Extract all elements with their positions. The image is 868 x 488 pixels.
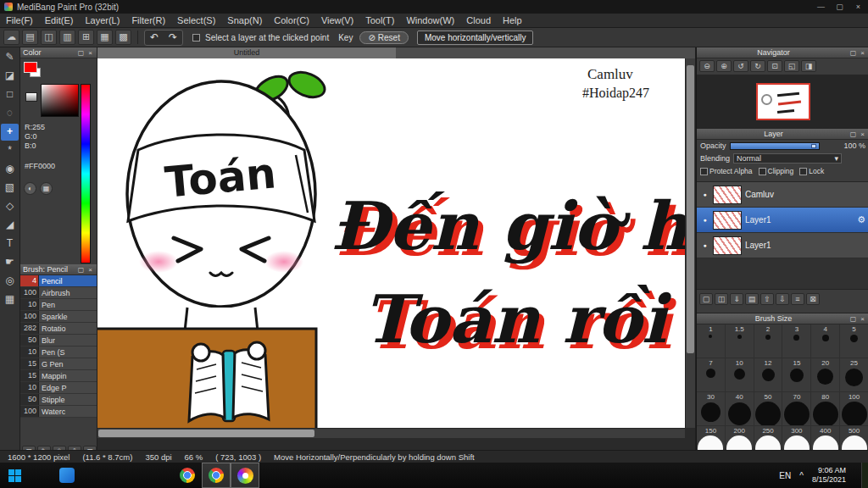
brush-size-option[interactable]: 500 xyxy=(840,426,868,450)
close-panel-icon[interactable]: × xyxy=(859,130,866,138)
menu-select[interactable]: Select(S) xyxy=(171,14,221,27)
zoom-out-button[interactable]: ⊖ xyxy=(699,60,715,72)
brush-item-sparkle[interactable]: 100Sparkle xyxy=(20,311,97,323)
taskbar-chrome-active[interactable] xyxy=(202,463,231,488)
menu-snap[interactable]: Snap(N) xyxy=(221,14,268,27)
hue-slider[interactable] xyxy=(81,84,91,263)
brush-size-option[interactable]: 20 xyxy=(811,358,840,392)
clipping-checkbox[interactable]: Clipping xyxy=(759,167,794,175)
brush-size-option[interactable]: 50 xyxy=(754,392,783,426)
layer-row-layer1[interactable]: ● Layer1 xyxy=(697,233,868,258)
tray-expand-arrow[interactable]: ^ xyxy=(799,471,804,480)
lock-checkbox[interactable]: Lock xyxy=(799,167,824,175)
menu-cloud[interactable]: Cloud xyxy=(460,14,497,27)
comment-icon[interactable]: ▥ xyxy=(59,30,75,45)
foreground-color-swatch[interactable] xyxy=(24,62,37,73)
fill-bucket-tool[interactable]: ◉ xyxy=(1,161,19,178)
brush-item-edge[interactable]: 10Edge P xyxy=(20,382,97,394)
float-panel-icon[interactable]: ▢ xyxy=(77,49,85,57)
brush-size-option[interactable]: 100 xyxy=(840,392,868,426)
brush-size-option[interactable]: 7 xyxy=(697,358,726,392)
rotate-left-button[interactable]: ↺ xyxy=(733,60,748,72)
fit-window-button[interactable]: ◱ xyxy=(784,60,799,72)
opacity-slider[interactable] xyxy=(730,142,820,150)
gradient-tool[interactable]: ▧ xyxy=(1,180,19,197)
blending-select[interactable]: Normal ▾ xyxy=(733,153,842,164)
taskbar-app-blue[interactable] xyxy=(53,463,81,488)
brush-item-pen-s[interactable]: 10Pen (S xyxy=(20,347,97,358)
zoom-tool[interactable]: ◎ xyxy=(1,273,19,290)
new-folder-button[interactable]: ▤ xyxy=(745,293,759,305)
magic-wand-tool[interactable]: * xyxy=(1,142,19,159)
divide-tool[interactable]: ▦ xyxy=(1,291,19,308)
brush-size-option[interactable]: 150 xyxy=(697,426,726,450)
brush-size-option[interactable]: 12 xyxy=(754,358,783,392)
cloud-icon[interactable]: ☁ xyxy=(3,30,19,45)
undo-button[interactable]: ↶ xyxy=(145,30,164,45)
brush-item-rotation[interactable]: 282Rotatio xyxy=(20,323,97,335)
palette-grid-button[interactable]: ▦ xyxy=(40,182,53,195)
float-panel-icon[interactable]: ▢ xyxy=(849,130,857,138)
opacity-handle[interactable] xyxy=(811,144,816,148)
brush-size-option[interactable]: 4 xyxy=(811,324,840,358)
vertical-scroll-thumb[interactable] xyxy=(687,65,694,353)
menu-layer[interactable]: Layer(L) xyxy=(79,14,125,27)
brush-size-option[interactable]: 25 xyxy=(840,358,868,392)
canvas-artwork[interactable]: Camluv #Hoidap247 Toán xyxy=(97,58,685,428)
minimize-button[interactable]: — xyxy=(815,3,826,11)
brush-item-stipple[interactable]: 50Stipple xyxy=(20,394,97,406)
show-desktop-button[interactable] xyxy=(861,463,868,488)
taskbar-chrome[interactable] xyxy=(173,463,202,488)
language-indicator[interactable]: EN xyxy=(779,471,791,480)
close-panel-icon[interactable]: × xyxy=(86,266,94,274)
brush-size-option[interactable]: 1 xyxy=(697,324,726,358)
brush-size-option[interactable]: 400 xyxy=(811,426,840,450)
brush-item-airbrush[interactable]: 100Airbrush xyxy=(20,287,97,299)
brush-item-mapping[interactable]: 15Mappin xyxy=(20,370,97,382)
zoom-in-button[interactable]: ⊕ xyxy=(716,60,732,72)
canvas-horizontal-scrollbar[interactable] xyxy=(97,428,685,438)
taskbar-clock[interactable]: 9:06 AM 8/15/2021 xyxy=(812,466,846,485)
brush-size-option[interactable]: 5 xyxy=(840,324,868,358)
rotate-right-button[interactable]: ↻ xyxy=(750,60,765,72)
brush-item-watercolor[interactable]: 100Waterc xyxy=(20,406,97,418)
menu-help[interactable]: Help xyxy=(497,14,528,27)
visibility-icon[interactable]: ● xyxy=(700,217,709,223)
taskbar-medibang-active[interactable] xyxy=(231,463,259,488)
open-icon[interactable]: ◫ xyxy=(41,30,57,45)
brush-size-option[interactable]: 250 xyxy=(754,426,783,450)
eyedropper-tool[interactable]: ◢ xyxy=(1,217,19,234)
float-panel-icon[interactable]: ▢ xyxy=(77,266,85,274)
brush-size-option[interactable]: 10 xyxy=(726,358,754,392)
redo-button[interactable]: ↷ xyxy=(164,30,182,45)
eraser-tool[interactable]: ◪ xyxy=(1,68,19,85)
brush-item-pencil[interactable]: 4Pencil xyxy=(20,275,97,287)
lasso-tool[interactable]: ◌ xyxy=(1,105,19,122)
menu-filter[interactable]: Filter(R) xyxy=(125,14,171,27)
brush-size-option[interactable]: 300 xyxy=(782,426,811,450)
select-rect-tool[interactable]: □ xyxy=(1,86,19,103)
maximize-button[interactable]: ▢ xyxy=(834,3,845,11)
visibility-icon[interactable]: ● xyxy=(700,242,709,248)
brush-tool[interactable]: ✎ xyxy=(1,49,19,66)
close-panel-icon[interactable]: × xyxy=(859,49,866,57)
float-panel-icon[interactable]: ▢ xyxy=(849,49,857,57)
close-panel-icon[interactable]: × xyxy=(86,49,94,57)
saturation-value-picker[interactable] xyxy=(41,84,79,117)
brush-item-blur[interactable]: 50Blur xyxy=(20,335,97,347)
pan-tool[interactable]: ☛ xyxy=(1,254,19,271)
menu-tool[interactable]: Tool(T) xyxy=(359,14,400,27)
close-panel-icon[interactable]: × xyxy=(859,315,866,323)
move-tool[interactable]: + xyxy=(1,124,19,141)
mini-swatch[interactable] xyxy=(25,92,37,102)
flip-view-button[interactable]: ◨ xyxy=(801,60,816,72)
delete-layer-button[interactable]: ⊠ xyxy=(806,293,820,305)
merge-down-button[interactable]: ⇓ xyxy=(730,293,743,305)
grid-icon[interactable]: ▦ xyxy=(97,30,113,45)
brush-size-option[interactable]: 1.5 xyxy=(726,324,754,358)
move-layer-up-button[interactable]: ⇧ xyxy=(760,293,774,305)
layer-row-layer1-selected[interactable]: ● Layer1 ⚙ xyxy=(697,208,868,233)
layer-settings-gear-icon[interactable]: ⚙ xyxy=(857,214,865,225)
select-layer-checkbox[interactable] xyxy=(192,34,200,42)
document-tab-untitled[interactable]: Untitled xyxy=(97,47,396,58)
